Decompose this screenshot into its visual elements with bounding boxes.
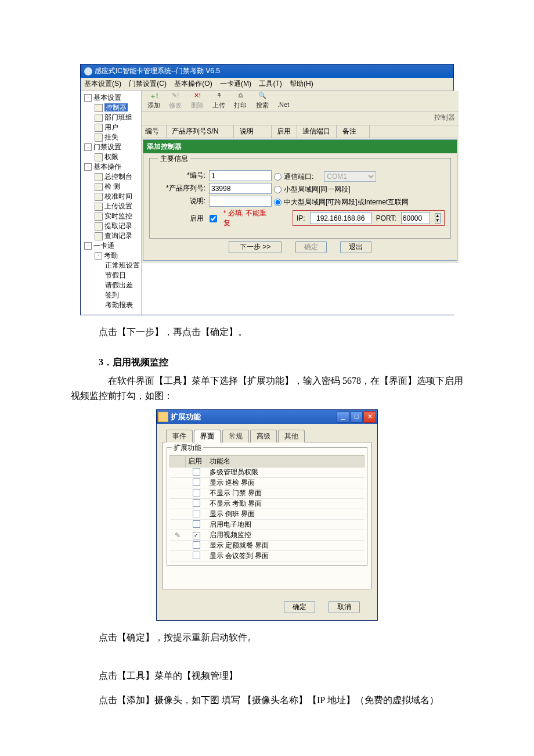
tree-item-check[interactable]: 检 测 [104,182,120,190]
ok-button[interactable]: 确定 [284,601,315,613]
feature-checkbox[interactable] [193,552,200,559]
tab-advanced[interactable]: 高级 [250,430,277,442]
tree-item-lost[interactable]: 挂失 [104,133,118,141]
menu-tools[interactable]: 工具(T) [259,80,282,88]
dept-icon [95,114,103,122]
tree-item-fetch[interactable]: 提取记录 [104,222,132,230]
maximize-button[interactable]: □ [350,411,363,423]
toolbar: ＋!添加 ✎!修改 ✕!删除 ↟上传 ⎙打印 🔍搜索 .Net [142,91,459,111]
tree-item-holiday[interactable]: 节假日 [105,271,126,279]
tree-item-monitor[interactable]: 实时监控 [104,212,132,220]
tree-toggle[interactable]: - [84,94,92,102]
select-com[interactable]: COM1 [324,171,376,182]
feature-checkbox[interactable] [193,489,200,496]
grid-col-remark[interactable]: 备注 [339,125,370,138]
radio-lan[interactable] [274,186,282,193]
tree-group-attendance[interactable]: 考勤 [104,251,118,260]
tree-item-report[interactable]: 考勤报表 [105,301,133,309]
checkbox-enable[interactable] [210,215,217,222]
fieldset-main: 主要信息 *编号: *产品序列号: 说明: 启用* 必填, 不能重复 [149,158,451,239]
tree-item-user[interactable]: 用户 [104,123,118,131]
hint-required: * 必填, 不能重复 [223,208,272,228]
feature-checkbox[interactable] [193,499,200,507]
tree-item-query[interactable]: 查询记录 [104,232,132,240]
input-desc[interactable] [209,196,272,207]
cancel-button[interactable]: 取消 [329,601,360,613]
feature-checkbox[interactable] [193,468,200,476]
tool-print[interactable]: ⎙打印 [232,92,249,110]
grid-col-desc[interactable]: 说明 [236,125,272,138]
menu-basic-setting[interactable]: 基本设置(S) [84,80,121,88]
monitor-icon [95,213,103,221]
tool-del[interactable]: ✕!删除 [189,92,206,110]
tool-add[interactable]: ＋!添加 [145,92,163,110]
lost-icon [95,134,103,142]
tree-group-door[interactable]: 门禁设置 [93,143,121,151]
tool-search[interactable]: 🔍搜索 [254,92,271,110]
tree-item-shift[interactable]: 正常班设置 [105,261,140,269]
tree-toggle[interactable]: - [84,143,92,151]
feature-row: 启用电子地图 [170,520,365,530]
col-enable: 启用 [186,456,207,467]
input-ip[interactable] [310,212,371,224]
feature-checkbox[interactable] [193,541,200,549]
tree-item-dept[interactable]: 部门班组 [104,113,132,121]
feature-row: 显示 会议签到 界面 [170,551,365,561]
tree-item-controller[interactable]: 控制器 [104,103,128,111]
tree-group-basic[interactable]: 基本设置 [93,93,121,102]
grid-col-sn[interactable]: 产品序列号S/N [168,125,234,138]
radio-wan[interactable] [274,199,282,206]
feature-checkbox[interactable] [193,520,200,528]
grid-col-enable[interactable]: 启用 [273,125,297,138]
feature-name: 显示 倒班 界面 [207,509,365,520]
menubar: 基本设置(S) 门禁设置(C) 基本操作(O) 一卡通(M) 工具(T) 帮助(… [81,78,453,91]
grid-col-port[interactable]: 通信端口 [299,125,337,138]
tree-toggle[interactable]: - [84,242,92,250]
net-icon [277,92,289,101]
feature-checkbox[interactable] [193,478,200,486]
para-4: 点击【工具】菜单的【视频管理】 [80,668,454,683]
menu-basic-op[interactable]: 基本操作(O) [174,80,212,88]
ok-button[interactable]: 确定 [295,241,327,253]
tree-toggle[interactable]: - [95,252,102,260]
tab-ui[interactable]: 界面 [194,430,221,442]
tab-event[interactable]: 事件 [166,430,193,442]
tree-item-console[interactable]: 总控制台 [104,172,132,181]
tree-item-time[interactable]: 校准时间 [104,192,132,200]
window-titlebar: 感应式IC智能卡管理系统--门禁考勤 V6.5 [81,64,453,78]
tab-general[interactable]: 常规 [222,430,249,442]
feature-checkbox[interactable]: ✓ [193,532,200,539]
ip-port-box: IP: PORT: ▲▼ [293,210,445,226]
tree-item-perm[interactable]: 权限 [104,153,118,161]
tree-item-upload[interactable]: 上传设置 [104,202,132,210]
feature-row: 显示 定额就餐 界面 [170,541,365,551]
tab-other[interactable]: 其他 [278,430,305,442]
tool-edit[interactable]: ✎!修改 [167,92,184,110]
menu-door-setting[interactable]: 门禁设置(C) [129,80,167,88]
label-port: PORT: [376,214,396,222]
menu-help[interactable]: 帮助(H) [290,80,313,88]
tree-group-yikatong[interactable]: 一卡通 [93,242,114,250]
feature-checkbox[interactable] [193,510,200,517]
tool-net[interactable]: .Net [275,92,291,108]
input-no[interactable] [209,170,272,181]
input-port[interactable] [401,212,430,224]
label-wan: 中大型局域网[可跨网段]或Internet互联网 [284,197,409,207]
next-button[interactable]: 下一步 >> [229,241,282,253]
spinner-icon[interactable]: ▲▼ [435,213,441,224]
grid-col-no[interactable]: 编号 [142,125,167,138]
menu-yikatong[interactable]: 一卡通(M) [220,80,251,88]
tree-toggle[interactable]: - [84,163,92,171]
radio-com[interactable] [274,173,282,181]
tool-upload[interactable]: ↟上传 [210,92,228,110]
tree-group-op[interactable]: 基本操作 [93,163,121,171]
feature-name: 多级管理员权限 [207,467,365,478]
tree-item-signin[interactable]: 签到 [105,291,119,299]
search-icon: 🔍 [257,92,268,101]
exit-button[interactable]: 退出 [340,241,371,253]
close-button[interactable]: ✕ [363,411,376,423]
input-sn[interactable] [209,183,272,194]
upload-icon: ↟ [213,92,225,101]
tree-item-leave[interactable]: 请假出差 [105,281,133,289]
minimize-button[interactable]: _ [337,411,349,423]
